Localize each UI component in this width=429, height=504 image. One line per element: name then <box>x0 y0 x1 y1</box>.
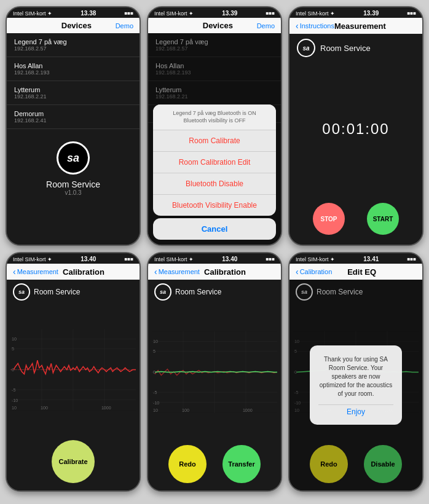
phone-3: Intel SIM-kort ✦ 13.39 ■■■ Instructions … <box>288 6 423 246</box>
action-bluetooth-disable[interactable]: Bluetooth Disable <box>153 173 276 195</box>
nav-back-instructions[interactable]: Instructions <box>296 21 334 31</box>
action-sheet-header: Legend 7 på væg Bluetooth is ON Bluetoot… <box>153 104 276 130</box>
enjoy-button[interactable]: Enjoy <box>318 404 393 419</box>
svg-text:10: 10 <box>153 339 158 344</box>
calibration-header-4: sa Room Service <box>7 280 140 304</box>
measurement-header: sa Room Service <box>289 34 422 62</box>
calibration-title-4: Room Service <box>34 288 80 296</box>
svg-text:5: 5 <box>12 347 14 352</box>
nav-action-demo-2[interactable]: Demo <box>257 22 275 30</box>
carrier-5: Intel SIM-kort ✦ <box>154 256 194 262</box>
phone-6: Intel SIM-kort ✦ 13.41 ■■■ Calibration E… <box>288 252 423 492</box>
time-6: 13.41 <box>363 256 379 262</box>
carrier-3: Intel SIM-kort ✦ <box>296 10 335 17</box>
app-name: Room Service <box>46 179 100 189</box>
battery-2: ■■■ <box>266 10 275 16</box>
action-sheet: Legend 7 på væg Bluetooth is ON Bluetoot… <box>153 104 276 216</box>
svg-text:10: 10 <box>12 406 17 411</box>
sa-logo-calibration-4: sa <box>13 283 30 301</box>
nav-back-measurement-4[interactable]: Measurement <box>13 267 58 277</box>
time-1: 13.38 <box>81 10 96 17</box>
battery-3: ■■■ <box>407 10 416 16</box>
carrier-1: Intel SIM-kort ✦ <box>13 10 52 17</box>
action-room-calibration-edit[interactable]: Room Calibration Edit <box>153 152 276 173</box>
device-name-1: Hos Allan <box>14 62 132 69</box>
svg-text:1000: 1000 <box>243 408 253 413</box>
device-ip-3: 192.168.2.41 <box>14 117 132 124</box>
device-item-2[interactable]: Lytterum 192.168.2.21 <box>7 81 140 105</box>
svg-text:-10: -10 <box>12 398 18 403</box>
phone-grid: Intel SIM-kort ✦ 13.38 ■■■ Devices Demo … <box>6 6 423 492</box>
status-bar-3: Intel SIM-kort ✦ 13.39 ■■■ <box>289 7 422 18</box>
nav-title-devices-2: Devices <box>203 21 233 30</box>
start-button[interactable]: START <box>367 203 399 235</box>
nav-bar-2: Devices Demo <box>148 18 281 33</box>
stop-button[interactable]: STOP <box>313 203 345 235</box>
svg-text:0: 0 <box>153 370 155 375</box>
nav-bar-4: Measurement Calibration <box>7 264 140 280</box>
measurement-controls: STOP START <box>289 195 422 245</box>
action-bluetooth-visibility[interactable]: Bluetooth Visibility Enable <box>153 195 276 216</box>
action-sheet-cancel[interactable]: Cancel <box>153 218 276 240</box>
device-item-1[interactable]: Hos Allan 192.168.2.193 <box>7 57 140 81</box>
carrier-4: Intel SIM-kort ✦ <box>13 256 52 262</box>
phone-1: Intel SIM-kort ✦ 13.38 ■■■ Devices Demo … <box>6 6 141 246</box>
nav-back-measurement-5[interactable]: Measurement <box>154 267 200 277</box>
nav-title-devices: Devices <box>61 21 92 30</box>
sa-logo: sa <box>57 141 90 175</box>
device-item-3[interactable]: Demorum 192.168.2.41 <box>7 105 140 129</box>
phone-5: Intel SIM-kort ✦ 13.40 ■■■ Measurement C… <box>147 252 282 492</box>
device-ip-2: 192.168.2.21 <box>14 93 132 100</box>
svg-text:-5: -5 <box>12 388 15 393</box>
status-bar-1: Intel SIM-kort ✦ 13.38 ■■■ <box>7 7 140 18</box>
action-sheet-overlay: Legend 7 på væg Bluetooth is ON Bluetoot… <box>148 33 281 245</box>
nav-bar-3: Instructions Measurement <box>289 18 422 34</box>
nav-bar-6: Calibration Edit EQ <box>289 264 422 280</box>
device-ip-0: 192.168.2.57 <box>14 45 132 52</box>
carrier-2: Intel SIM-kort ✦ <box>154 10 194 17</box>
logo-area: sa Room Service v1.0.3 <box>7 129 140 202</box>
svg-text:100: 100 <box>182 408 189 413</box>
nav-bar-1: Devices Demo <box>7 18 140 33</box>
action-sheet-content: Legend 7 på væg 192.168.2.57 Hos Allan 1… <box>148 33 281 245</box>
svg-text:-10: -10 <box>153 401 159 406</box>
measurement-content: sa Room Service 00:01:00 STOP START <box>289 34 422 245</box>
nav-action-demo-1[interactable]: Demo <box>116 22 133 30</box>
transfer-button[interactable]: Transfer <box>222 445 261 483</box>
sa-logo-text: sa <box>67 152 79 165</box>
svg-text:1000: 1000 <box>101 406 111 411</box>
battery-5: ■■■ <box>266 256 275 262</box>
redo-button-5[interactable]: Redo <box>168 445 207 483</box>
calibrate-button[interactable]: Calibrate <box>52 440 95 483</box>
nav-bar-5: Measurement Calibration <box>148 264 281 280</box>
svg-text:-5: -5 <box>153 390 157 395</box>
edit-eq-content: sa Room Service 10 5 <box>289 280 422 490</box>
svg-text:10: 10 <box>153 408 158 413</box>
dialog-box: Thank you for using SA Room Service. You… <box>310 345 402 425</box>
nav-title-calibration-5: Calibration <box>204 267 246 277</box>
battery-4: ■■■ <box>124 256 133 262</box>
app-version: v1.0.3 <box>65 189 81 196</box>
devices-content: Legend 7 på væg 192.168.2.57 Hos Allan 1… <box>7 33 140 245</box>
time-4: 13.40 <box>81 256 96 262</box>
device-ip-1: 192.168.2.193 <box>14 69 132 76</box>
phone-2: Intel SIM-kort ✦ 13.39 ■■■ Devices Demo … <box>147 6 282 246</box>
measurement-title: Room Service <box>320 44 371 53</box>
carrier-6: Intel SIM-kort ✦ <box>296 256 335 262</box>
chart-area-5: 10 5 0 -5 -10 100 1000 10 <box>148 304 281 440</box>
action-room-calibrate[interactable]: Room Calibrate <box>153 130 276 152</box>
device-item-0[interactable]: Legend 7 på væg 192.168.2.57 <box>7 33 140 57</box>
device-list: Legend 7 på væg 192.168.2.57 Hos Allan 1… <box>7 33 140 129</box>
device-name-3: Demorum <box>14 110 132 117</box>
nav-back-calibration[interactable]: Calibration <box>296 267 332 277</box>
chart-svg-4: 10 5 0 -5 -10 100 1000 10 <box>10 307 136 433</box>
chart-area-4: 10 5 0 -5 -10 100 1000 10 <box>7 304 140 435</box>
sa-logo-calibration-5: sa <box>154 283 171 301</box>
status-bar-4: Intel SIM-kort ✦ 13.40 ■■■ <box>7 253 140 264</box>
svg-text:5: 5 <box>153 349 155 354</box>
calibration-title-5: Room Service <box>175 288 221 296</box>
nav-title-measurement: Measurement <box>334 22 386 31</box>
device-name-0: Legend 7 på væg <box>14 38 132 45</box>
time-3: 13.39 <box>363 10 379 17</box>
timer-display: 00:01:00 <box>322 62 389 195</box>
